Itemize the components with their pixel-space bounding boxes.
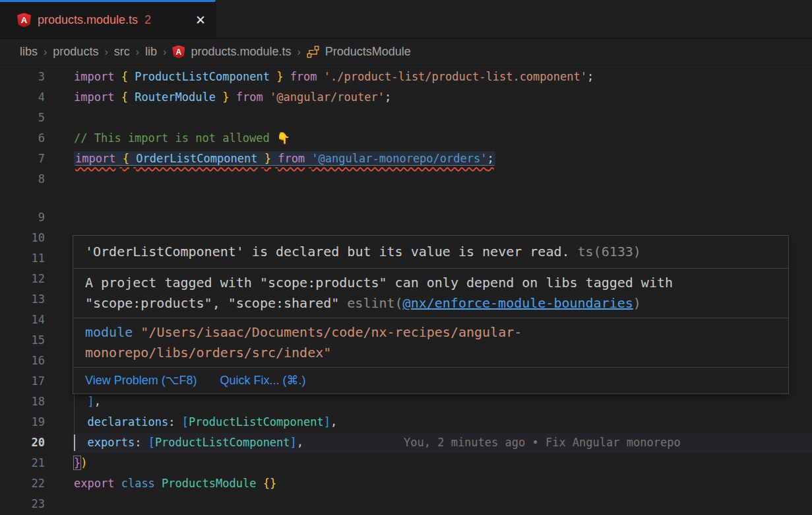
- code-line-21[interactable]: 21}): [0, 453, 812, 473]
- line-number: 13: [0, 289, 45, 310]
- ts-diagnostic-message: 'OrderListComponent' is declared but its…: [85, 244, 570, 259]
- breadcrumb: libs › products › src › lib › A products…: [0, 39, 812, 65]
- line-number: 19: [0, 412, 45, 432]
- hover-eslint-diagnostic: A project tagged with "scope:products" c…: [73, 268, 788, 318]
- eslint-message-line1: A project tagged with "scope:products" c…: [85, 275, 673, 291]
- line-number: 10: [0, 228, 45, 248]
- line-number: 17: [0, 371, 45, 392]
- code-editor[interactable]: 3import { ProductListComponent } from '.…: [0, 65, 812, 514]
- code-text: export class ProductsModule {}: [74, 477, 276, 490]
- line-number: 14: [0, 310, 45, 330]
- angular-file-icon: A: [172, 46, 185, 59]
- angular-file-icon: A: [17, 13, 31, 28]
- code-line-23[interactable]: 23: [0, 494, 812, 514]
- line-number: 20: [0, 432, 45, 453]
- breadcrumb-item-libs[interactable]: libs: [20, 45, 38, 59]
- code-text: import { RouterModule } from '@angular/r…: [74, 90, 391, 104]
- line-number: 12: [0, 269, 45, 289]
- code-line-9[interactable]: 9: [0, 207, 812, 228]
- code-text: exports: [ProductListComponent],: [74, 436, 303, 449]
- code-text: declarations: [ProductListComponent],: [74, 415, 337, 429]
- code-line-19[interactable]: 19 declarations: [ProductListComponent],: [0, 412, 812, 432]
- quick-fix-action[interactable]: Quick Fix... (⌘.): [220, 374, 305, 387]
- line-number: 9: [0, 207, 45, 228]
- text-cursor: [74, 434, 75, 451]
- chevron-right-icon: ›: [163, 46, 166, 58]
- code-line-6[interactable]: 6// This import is not allowed 👇: [0, 128, 812, 149]
- breadcrumb-item-symbol[interactable]: ProductsModule: [325, 45, 411, 59]
- chevron-right-icon: ›: [297, 46, 300, 58]
- hover-ts-diagnostic: 'OrderListComponent' is declared but its…: [73, 236, 788, 268]
- code-line-7[interactable]: 7import { OrderListComponent } from '@an…: [0, 149, 812, 169]
- chevron-right-icon: ›: [44, 46, 47, 58]
- tab-problems-badge: 2: [144, 13, 151, 27]
- indent-guide: [74, 392, 75, 412]
- breadcrumb-item-products[interactable]: products: [53, 45, 98, 59]
- code-text: ],: [74, 395, 101, 408]
- chevron-right-icon: ›: [104, 46, 108, 58]
- line-number: 23: [0, 494, 45, 514]
- tab-bar: A products.module.ts 2 ✕: [0, 0, 812, 39]
- line-number: 4: [0, 87, 45, 108]
- indent-guide: [74, 412, 75, 432]
- code-line-22[interactable]: 22export class ProductsModule {}: [0, 473, 812, 494]
- code-line-4[interactable]: 4import { RouterModule } from '@angular/…: [0, 87, 812, 108]
- code-text: import { ProductListComponent } from './…: [74, 70, 594, 83]
- module-keyword: module: [85, 324, 133, 340]
- eslint-source-suffix: ): [633, 295, 641, 311]
- hover-module-info: module "/Users/isaac/Documents/code/nx-r…: [73, 318, 788, 367]
- line-number: 7: [0, 149, 45, 169]
- chevron-right-icon: ›: [136, 46, 139, 58]
- class-symbol-icon: [307, 46, 319, 58]
- code-line-8[interactable]: 8: [0, 169, 812, 189]
- view-problem-action[interactable]: View Problem (⌥F8): [85, 374, 197, 387]
- line-number: 22: [0, 473, 45, 494]
- eslint-source-prefix: eslint(: [347, 295, 402, 311]
- tab-products-module[interactable]: A products.module.ts 2 ✕: [0, 0, 216, 38]
- code-text: // This import is not allowed 👇: [74, 131, 290, 145]
- close-icon[interactable]: ✕: [195, 14, 206, 26]
- module-path-line1: "/Users/isaac/Documents/code/nx-recipes/…: [141, 324, 522, 340]
- code-text: }): [74, 456, 88, 469]
- code-line-3[interactable]: 3import { ProductListComponent } from '.…: [0, 67, 812, 87]
- code-line-18[interactable]: 18 ],: [0, 392, 812, 412]
- line-number: 8: [0, 169, 45, 189]
- line-number: 3: [0, 67, 45, 87]
- hover-actions: View Problem (⌥F8) Quick Fix... (⌘.): [73, 367, 788, 394]
- line-number: 5: [0, 108, 45, 128]
- line-number: 6: [0, 128, 45, 149]
- breadcrumb-item-lib[interactable]: lib: [145, 45, 157, 59]
- line-number: 21: [0, 453, 45, 473]
- eslint-rule-link[interactable]: @nx/enforce-module-boundaries: [403, 295, 633, 311]
- line-number: 16: [0, 351, 45, 371]
- line-number: 18: [0, 392, 45, 412]
- ts-diagnostic-code: ts(6133): [578, 244, 641, 259]
- hover-popup: 'OrderListComponent' is declared but its…: [73, 235, 789, 394]
- code-text-error: import { OrderListComponent } from '@ang…: [74, 151, 495, 166]
- tab-title: products.module.ts: [38, 13, 138, 27]
- hover-row-spacer: [0, 189, 812, 207]
- line-number: 11: [0, 248, 45, 269]
- code-line-20[interactable]: 20 exports: [ProductListComponent],You, …: [0, 432, 812, 453]
- breadcrumb-item-file[interactable]: products.module.ts: [191, 45, 291, 59]
- eslint-message-line2: "scope:products", "scope:shared": [85, 295, 339, 311]
- code-line-5[interactable]: 5: [0, 108, 812, 128]
- line-number: 15: [0, 330, 45, 351]
- module-path-line2: monorepo/libs/orders/src/index": [85, 345, 331, 360]
- breadcrumb-item-src[interactable]: src: [114, 45, 130, 59]
- git-blame-annotation: You, 2 minutes ago • Fix Angular monorep…: [404, 432, 681, 453]
